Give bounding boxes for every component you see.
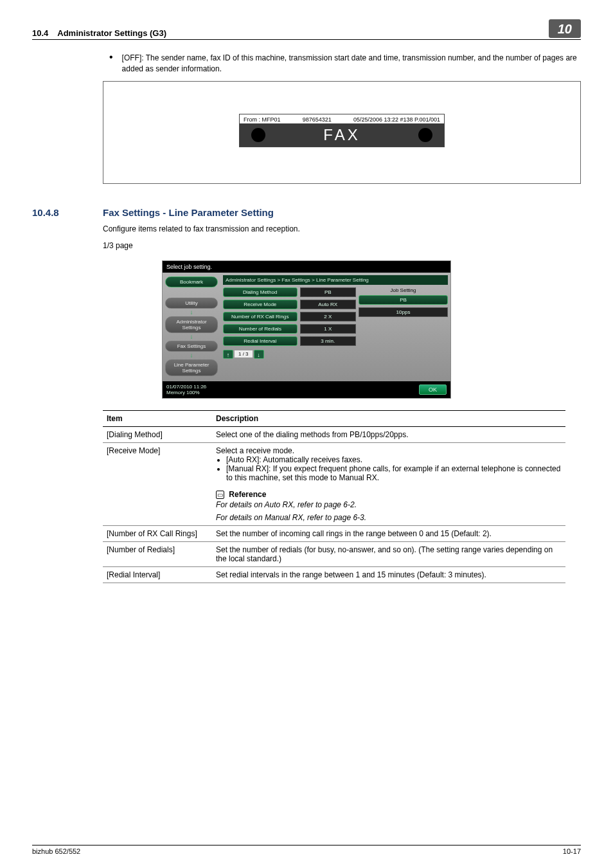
receive-bullet-manual: [Manual RX]: If you expect frequent phon…: [226, 464, 562, 482]
device-screenshot: Select job setting. Bookmark Utility ↓ A…: [162, 260, 451, 399]
reference-title-row: ▭ Reference: [216, 490, 562, 499]
item-dialing: [Dialing Method]: [103, 426, 212, 442]
desc-receive: Select a receive mode. [Auto RX]: Automa…: [212, 442, 565, 525]
device-left-nav: Bookmark Utility ↓ Administrator Setting…: [163, 273, 220, 381]
val-redial-interval: 3 min.: [300, 336, 357, 346]
pager-up-button[interactable]: ↑: [223, 350, 233, 359]
th-item: Item: [103, 410, 212, 426]
table-row: [Dialing Method] Select one of the diali…: [103, 426, 565, 442]
nav-fax-settings[interactable]: Fax Settings: [165, 341, 218, 352]
fax-bar: FAX: [240, 123, 444, 147]
side-pb[interactable]: PB: [359, 295, 448, 305]
page-footer: bizhub 652/552 10-17: [32, 845, 581, 855]
device-prompt: Select job setting.: [163, 261, 450, 273]
row-number-redials[interactable]: Number of Redials: [223, 324, 298, 334]
device-main: Administrator Settings > Fax Settings > …: [220, 273, 450, 381]
item-receive: [Receive Mode]: [103, 442, 212, 525]
nav-arrow-icon: ↓: [165, 333, 218, 340]
receive-bullets: [Auto RX]: Automatically receives faxes.…: [216, 455, 562, 482]
desc-interval: Set redial intervals in the range betwee…: [212, 566, 565, 583]
val-rx-call-rings: 2 X: [300, 312, 357, 321]
device-values-col: PB Auto RX 2 X 1 X 3 min.: [300, 287, 357, 348]
section-pager: 1/3 page: [103, 240, 581, 251]
fax-stamp: 05/25/2006 13:22 #138 P.001/001: [353, 116, 440, 123]
fax-id: 987654321: [303, 116, 332, 123]
header-right: 10: [549, 19, 581, 38]
fax-circle-right-icon: [418, 128, 432, 142]
table-row: [Number of RX Call Rings] Set the number…: [103, 525, 565, 541]
section-number: 10.4.8: [32, 207, 103, 218]
nav-arrow-icon: ↓: [165, 352, 218, 359]
device-footer-memory: Memory 100%: [166, 390, 206, 395]
fax-preview: From : MFP01 987654321 05/25/2006 13:22 …: [239, 114, 445, 147]
header-section-ref: 10.4: [32, 28, 48, 38]
bookmark-button[interactable]: Bookmark: [165, 276, 218, 287]
device-footer-datetime: 01/07/2010 11:26: [166, 384, 206, 390]
reference-title: Reference: [229, 490, 266, 499]
ok-button[interactable]: OK: [419, 384, 447, 395]
nav-admin-settings[interactable]: Administrator Settings: [165, 316, 218, 333]
table-row: [Receive Mode] Select a receive mode. [A…: [103, 442, 565, 525]
reference-block: ▭ Reference For details on Auto RX, refe…: [216, 490, 562, 522]
desc-receive-lead: Select a receive mode.: [216, 446, 294, 455]
fax-circle-left-icon: [251, 128, 265, 142]
row-rx-call-rings[interactable]: Number of RX Call Rings: [223, 312, 298, 321]
device-footer-left: 01/07/2010 11:26 Memory 100%: [166, 384, 206, 395]
params-table: Item Description [Dialing Method] Select…: [103, 410, 565, 583]
reference-line-1: For details on Auto RX, refer to page 6-…: [216, 500, 562, 509]
bullet-icon: •: [109, 53, 113, 75]
device-pager: ↑ 1 / 3 ↓: [223, 350, 448, 359]
item-rxrings: [Number of RX Call Rings]: [103, 525, 212, 541]
table-row: [Number of Redials] Set the number of re…: [103, 541, 565, 566]
item-interval: [Redial Interval]: [103, 566, 212, 583]
desc-redials: Set the number of redials (for busy, no-…: [212, 541, 565, 566]
val-number-redials: 1 X: [300, 324, 357, 334]
table-row: [Redial Interval] Set redial intervals i…: [103, 566, 565, 583]
desc-rxrings: Set the number of incoming call rings in…: [212, 525, 565, 541]
val-receive-mode: Auto RX: [300, 300, 357, 309]
row-receive-mode[interactable]: Receive Mode: [223, 300, 298, 309]
chapter-tab: 10: [549, 19, 581, 38]
device-labels-col: Dialing Method Receive Mode Number of RX…: [223, 287, 298, 348]
desc-dialing: Select one of the dialing methods from P…: [212, 426, 565, 442]
nav-line-param[interactable]: Line Parameter Settings: [165, 359, 218, 376]
book-icon: ▭: [216, 491, 224, 499]
header-left: 10.4 Administrator Settings (G3): [32, 28, 166, 38]
pager-number: 1 / 3: [235, 350, 253, 357]
top-bullet-text: [OFF]: The sender name, fax ID of this m…: [122, 53, 581, 75]
fax-preview-figure: From : MFP01 987654321 05/25/2006 13:22 …: [103, 81, 581, 184]
page-header: 10.4 Administrator Settings (G3) 10: [32, 19, 581, 40]
breadcrumb: Administrator Settings > Fax Settings > …: [223, 275, 448, 285]
device-rows: Dialing Method Receive Mode Number of RX…: [223, 287, 448, 348]
header-section-title: Administrator Settings (G3): [57, 28, 166, 38]
row-redial-interval[interactable]: Redial Interval: [223, 336, 298, 346]
section-title: Fax Settings - Line Parameter Setting: [103, 207, 274, 218]
val-dialing-method: PB: [300, 287, 357, 297]
side-10pps[interactable]: 10pps: [359, 307, 448, 317]
section-heading-row: 10.4.8 Fax Settings - Line Parameter Set…: [32, 207, 581, 218]
th-desc: Description: [212, 410, 565, 426]
device-side-col: Job Setting PB 10pps: [359, 287, 448, 348]
fax-label: FAX: [323, 126, 360, 144]
item-redials: [Number of Redials]: [103, 541, 212, 566]
section-intro: Configure items related to fax transmiss…: [103, 223, 581, 235]
top-bullet-row: • [OFF]: The sender name, fax ID of this…: [109, 53, 581, 75]
device-footer: 01/07/2010 11:26 Memory 100% OK: [163, 381, 450, 398]
reference-line-2: For details on Manual RX, refer to page …: [216, 513, 562, 522]
device-body: Bookmark Utility ↓ Administrator Setting…: [163, 273, 450, 381]
nav-utility[interactable]: Utility: [165, 298, 218, 309]
fax-from: From : MFP01: [244, 116, 281, 123]
fax-preview-header: From : MFP01 987654321 05/25/2006 13:22 …: [240, 114, 444, 123]
pager-down-button[interactable]: ↓: [254, 350, 264, 359]
nav-arrow-icon: ↓: [165, 309, 218, 316]
receive-bullet-auto: [Auto RX]: Automatically receives faxes.: [226, 455, 562, 464]
job-setting-title: Job Setting: [359, 287, 448, 293]
row-dialing-method[interactable]: Dialing Method: [223, 287, 298, 297]
footer-left: bizhub 652/552: [32, 847, 80, 855]
footer-right: 10-17: [563, 847, 581, 855]
